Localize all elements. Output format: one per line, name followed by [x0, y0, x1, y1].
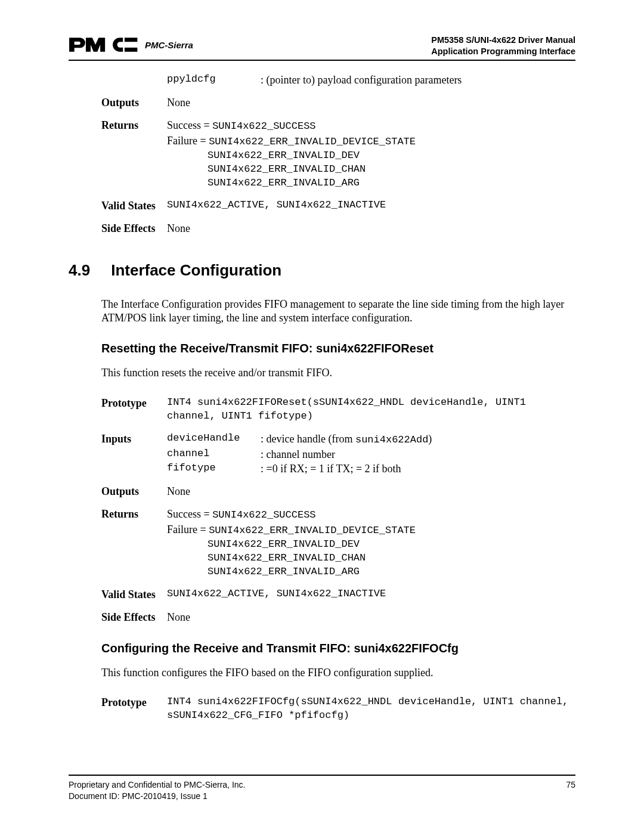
- footer-left: Proprietary and Confidential to PMC-Sier…: [69, 779, 245, 802]
- outputs-row: Outputs None: [101, 95, 575, 110]
- valid-states-label-2: Valid States: [101, 587, 167, 602]
- outputs-value-2: None: [167, 484, 575, 498]
- failure-code-3: SUNI4x622_ERR_INVALID_ARG: [167, 176, 575, 190]
- failure-code-2-0: SUNI4x622_ERR_INVALID_DEVICE_STATE: [209, 525, 416, 536]
- failure-code-2-1: SUNI4x622_ERR_INVALID_DEV: [167, 538, 575, 552]
- input-desc-0: : device handle (from suni4x622Add): [261, 432, 575, 447]
- input-desc-1: : channel number: [261, 447, 575, 462]
- fiforeset-desc: This function resets the receive and/or …: [101, 366, 575, 380]
- section-heading: 4.9 Interface Configuration: [101, 261, 575, 280]
- success-code: SUNI4x622_SUCCESS: [212, 120, 315, 132]
- fiforeset-outputs-row: Outputs None: [101, 484, 575, 498]
- valid-states-label: Valid States: [101, 199, 167, 213]
- fifocfg-heading: Configuring the Receive and Transmit FIF…: [101, 642, 575, 655]
- input-name-0: deviceHandle: [167, 432, 253, 447]
- failure-code-2: SUNI4x622_ERR_INVALID_CHAN: [167, 163, 575, 176]
- failure-prefix: Failure =: [167, 135, 209, 147]
- header-title-line1: PM5358 S/UNI-4x622 Driver Manual: [431, 35, 575, 46]
- success-prefix-2: Success =: [167, 508, 212, 520]
- input-desc-0-mono: suni4x622Add: [355, 434, 428, 445]
- valid-states-value: SUNI4x622_ACTIVE, SUNI4x622_INACTIVE: [167, 199, 575, 213]
- footer-left-line1: Proprietary and Confidential to PMC-Sier…: [69, 779, 245, 791]
- param-name: ppyldcfg: [167, 73, 253, 87]
- outputs-label-2: Outputs: [101, 484, 167, 498]
- pmc-logo-icon: [69, 35, 139, 55]
- outputs-label: Outputs: [101, 95, 167, 110]
- valid-states-row: Valid States SUNI4x622_ACTIVE, SUNI4x622…: [101, 199, 575, 213]
- failure-code-2-3: SUNI4x622_ERR_INVALID_ARG: [167, 565, 575, 579]
- inputs-label: Inputs: [101, 432, 167, 476]
- fiforeset-prototype-row: Prototype INT4 suni4x622FIFOReset(sSUNI4…: [101, 396, 575, 423]
- content: ppyldcfg : (pointer to) payload configur…: [69, 73, 575, 723]
- valid-states-value-2: SUNI4x622_ACTIVE, SUNI4x622_INACTIVE: [167, 587, 575, 602]
- side-effects-value: None: [167, 221, 575, 236]
- failure-code-1: SUNI4x622_ERR_INVALID_DEV: [167, 149, 575, 163]
- side-effects-label-2: Side Effects: [101, 610, 167, 624]
- side-effects-value-2: None: [167, 610, 575, 624]
- side-effects-label: Side Effects: [101, 221, 167, 236]
- fiforeset-sideeffects-row: Side Effects None: [101, 610, 575, 624]
- input-desc-0-pre: : device handle (from: [261, 433, 355, 445]
- section-title: Interface Configuration: [111, 261, 281, 280]
- returns-label: Returns: [101, 118, 167, 190]
- input-name-2: fifotype: [167, 462, 253, 476]
- input-desc-0-post: ): [428, 433, 432, 445]
- prototype-code: INT4 suni4x622FIFOReset(sSUNI4x622_HNDL …: [167, 396, 575, 423]
- header-title-line2: Application Programming Interface: [431, 46, 575, 57]
- brand-text: PMC-Sierra: [145, 40, 193, 50]
- fiforeset-heading: Resetting the Receive/Transmit FIFO: sun…: [101, 342, 575, 355]
- footer-left-line2: Document ID: PMC-2010419, Issue 1: [69, 791, 245, 802]
- prototype-code-2: INT4 suni4x622FIFOCfg(sSUNI4x622_HNDL de…: [167, 695, 575, 723]
- footer-page-number: 75: [566, 779, 575, 802]
- page-footer: Proprietary and Confidential to PMC-Sier…: [69, 775, 575, 802]
- param-desc: : (pointer to) payload configuration par…: [261, 73, 575, 87]
- section-intro: The Interface Configuration provides FIF…: [101, 298, 575, 326]
- fiforeset-validstates-row: Valid States SUNI4x622_ACTIVE, SUNI4x622…: [101, 587, 575, 602]
- svg-rect-1: [125, 48, 137, 52]
- returns-body-2: Success = SUNI4x622_SUCCESS Failure = SU…: [167, 507, 575, 579]
- input-name-1: channel: [167, 447, 253, 462]
- success-prefix: Success =: [167, 119, 212, 131]
- fifocfg-desc: This function configures the FIFO based …: [101, 666, 575, 680]
- input-desc-2: : =0 if RX; = 1 if TX; = 2 if both: [261, 462, 575, 476]
- param-row-ppyldcfg: ppyldcfg : (pointer to) payload configur…: [101, 73, 575, 87]
- logo-block: PMC-Sierra: [69, 35, 193, 55]
- success-code-2: SUNI4x622_SUCCESS: [212, 509, 315, 521]
- returns-body: Success = SUNI4x622_SUCCESS Failure = SU…: [167, 118, 575, 190]
- outputs-value: None: [167, 95, 575, 110]
- side-effects-row: Side Effects None: [101, 221, 575, 236]
- blank-label: [101, 73, 167, 87]
- header-title: PM5358 S/UNI-4x622 Driver Manual Applica…: [431, 35, 575, 57]
- failure-code-2-2: SUNI4x622_ERR_INVALID_CHAN: [167, 552, 575, 565]
- prototype-label: Prototype: [101, 396, 167, 423]
- inputs-body: deviceHandle : device handle (from suni4…: [167, 432, 575, 476]
- returns-label-2: Returns: [101, 507, 167, 579]
- section-number: 4.9: [69, 261, 90, 280]
- page: PMC-Sierra PM5358 S/UNI-4x622 Driver Man…: [0, 0, 644, 833]
- returns-row: Returns Success = SUNI4x622_SUCCESS Fail…: [101, 118, 575, 190]
- svg-rect-0: [125, 38, 137, 42]
- failure-code-0: SUNI4x622_ERR_INVALID_DEVICE_STATE: [209, 136, 416, 147]
- page-header: PMC-Sierra PM5358 S/UNI-4x622 Driver Man…: [69, 35, 575, 61]
- fiforeset-returns-row: Returns Success = SUNI4x622_SUCCESS Fail…: [101, 507, 575, 579]
- prototype-label-2: Prototype: [101, 695, 167, 723]
- fifocfg-prototype-row: Prototype INT4 suni4x622FIFOCfg(sSUNI4x6…: [101, 695, 575, 723]
- failure-prefix-2: Failure =: [167, 524, 209, 535]
- fiforeset-inputs-row: Inputs deviceHandle : device handle (fro…: [101, 432, 575, 476]
